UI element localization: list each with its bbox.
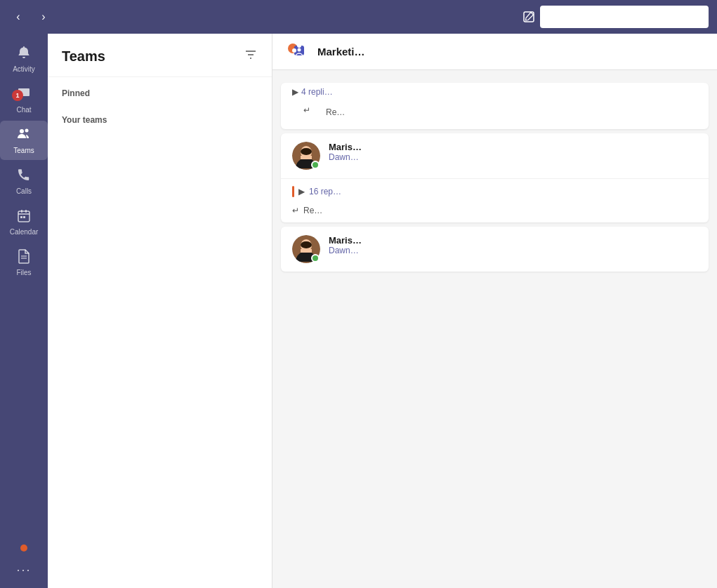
accent-bar-2 [292, 186, 294, 197]
sidebar-item-activity-label: Activity [13, 65, 35, 73]
teams-icon [16, 126, 32, 145]
sidebar-item-chat[interactable]: 1 Chat [0, 80, 48, 119]
forward-button[interactable]: › [34, 7, 53, 27]
svg-point-1 [20, 129, 24, 133]
phone-icon [16, 167, 32, 186]
reply-label-2: Re… [303, 206, 322, 215]
msg-author-2: Maris… [329, 142, 697, 152]
compose-button[interactable] [518, 6, 540, 28]
reply-count-2[interactable]: ▶ 16 rep… [281, 179, 709, 203]
expand-arrow-1: ▶ [292, 87, 298, 97]
search-input[interactable] [540, 6, 709, 28]
svg-point-16 [298, 48, 301, 51]
bell-icon [16, 45, 32, 64]
chat-icon: 1 [16, 86, 32, 105]
sidebar: Activity 1 Chat Teams [0, 34, 48, 588]
teams-panel: Teams Pinned Your teams [48, 34, 272, 588]
reply-arrow-1: ↵ [292, 102, 322, 122]
sidebar-item-teams-label: Teams [13, 147, 34, 154]
teams-title: Teams [62, 48, 105, 65]
sidebar-item-calls-label: Calls [16, 187, 32, 195]
svg-rect-20 [301, 156, 312, 159]
filter-button[interactable] [244, 48, 258, 65]
sidebar-item-chat-label: Chat [16, 106, 31, 114]
channel-avatar [284, 39, 309, 65]
nav-arrows: ‹ › [8, 7, 53, 27]
msg-content-3: Maris… Dawn… [329, 235, 697, 255]
files-icon [17, 248, 31, 267]
sidebar-item-teams[interactable]: Teams [0, 121, 48, 160]
thread-item-3: Maris… Dawn… [281, 227, 709, 272]
svg-rect-24 [301, 249, 312, 253]
thread-container-2: Maris… Dawn… ▶ 16 rep… ↵ Re… [281, 133, 709, 222]
reply-action-1[interactable]: ↵ Re… [281, 100, 709, 129]
svg-rect-8 [23, 216, 25, 218]
thread-container-1: ▶ 4 repli… ↵ Re… [281, 83, 709, 129]
sidebar-item-calls[interactable]: Calls [0, 161, 48, 201]
channel-header: Marketi… [272, 34, 717, 70]
svg-rect-7 [20, 216, 22, 218]
avatar-wrap-2 [292, 142, 320, 170]
reply-count-1[interactable]: ▶ 4 repli… [281, 83, 709, 100]
msg-subtitle-2: Dawn… [329, 152, 697, 162]
svg-point-2 [25, 129, 29, 133]
more-button[interactable]: ··· [0, 557, 48, 582]
reply-action-2[interactable]: ↵ Re… [281, 203, 709, 222]
status-dot-3 [311, 254, 320, 262]
sidebar-item-files[interactable]: Files [0, 243, 48, 282]
msg-subtitle-3: Dawn… [329, 246, 697, 255]
avatar-wrap-3 [292, 235, 320, 263]
pinned-label: Pinned [48, 77, 272, 104]
reply-label-1: Re… [326, 107, 345, 117]
teams-header: Teams [48, 34, 272, 77]
back-button[interactable]: ‹ [8, 7, 28, 27]
thread-container-3: Maris… Dawn… [281, 227, 709, 272]
channel-name: Marketi… [317, 46, 365, 58]
sidebar-item-calendar[interactable]: Calendar [0, 202, 48, 241]
reply-count-text-2: 16 rep… [309, 187, 341, 196]
main-layout: Activity 1 Chat Teams [0, 34, 717, 588]
sidebar-item-files-label: Files [16, 269, 31, 276]
msg-author-3: Maris… [329, 235, 697, 246]
svg-point-14 [292, 48, 296, 53]
messages-area[interactable]: ▶ 4 repli… ↵ Re… [272, 70, 717, 588]
calendar-icon [16, 208, 32, 227]
your-teams-label: Your teams [48, 104, 272, 131]
top-bar: ‹ › [0, 0, 717, 34]
svg-point-19 [301, 148, 312, 155]
expand-arrow-2: ▶ [298, 187, 305, 196]
thread-item-2: Maris… Dawn… [281, 133, 709, 178]
presence-indicator [20, 544, 27, 552]
svg-point-15 [297, 44, 301, 48]
chat-badge: 1 [12, 90, 23, 101]
reply-count-text-1: 4 repli… [301, 87, 333, 97]
sidebar-item-activity[interactable]: Activity [0, 39, 48, 79]
status-dot-2 [311, 161, 320, 169]
msg-content-2: Maris… Dawn… [329, 142, 697, 162]
reply-arrow-2: ↵ [292, 206, 299, 215]
sidebar-item-calendar-label: Calendar [10, 228, 39, 236]
right-panel: Marketi… ▶ 4 repli… ↵ Re… [272, 34, 717, 588]
svg-point-23 [301, 241, 312, 248]
